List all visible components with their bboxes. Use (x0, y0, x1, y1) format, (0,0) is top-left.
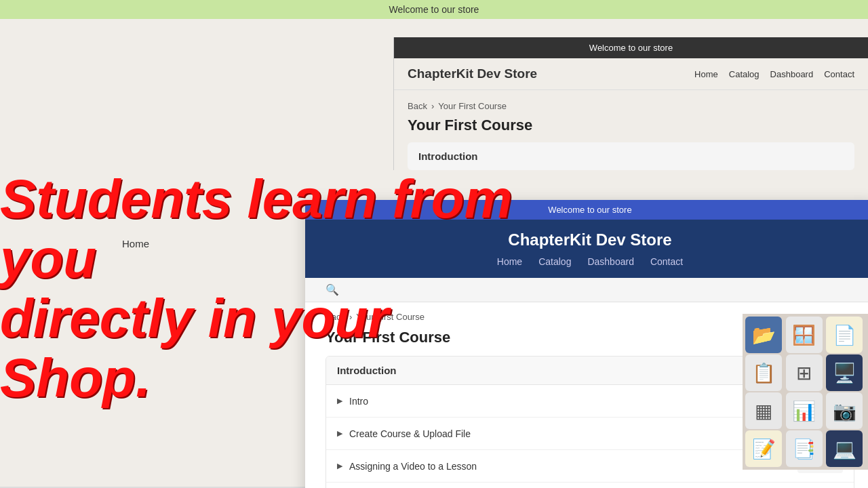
window-icon[interactable]: 🪟 (786, 317, 823, 353)
breadcrumb3-current: Your First Course (356, 312, 425, 322)
nav3-contact[interactable]: Contact (650, 256, 683, 267)
breadcrumb3-back[interactable]: Back (326, 312, 345, 322)
nav3-catalog[interactable]: Catalog (538, 256, 571, 267)
monitor-icon[interactable]: 🖥️ (826, 354, 863, 391)
lesson-name: Intro (349, 396, 368, 407)
note-icon[interactable]: 📄 (826, 317, 863, 353)
nav2-dashboard[interactable]: Dashboard (770, 69, 814, 79)
window2-announcement: Welcome to our store (394, 37, 868, 58)
paper-icon[interactable]: 📋 (745, 354, 782, 391)
breadcrumb2-back[interactable]: Back (408, 101, 427, 111)
nav2-catalog[interactable]: Catalog (729, 69, 760, 79)
window2-section-intro: Introduction (408, 142, 854, 170)
doc-icon[interactable]: 📝 (745, 430, 782, 467)
screen-icon[interactable]: 💻 (826, 430, 863, 467)
nav3-home[interactable]: Home (497, 256, 522, 267)
layout-icon[interactable]: ▦ (745, 392, 782, 429)
announcement-text: Welcome to our store (389, 4, 479, 15)
nav3-dashboard[interactable]: Dashboard (587, 256, 634, 267)
play-icon: ▶ (337, 429, 342, 438)
icons-panel: 📂 🪟 📄 📋 ⊞ 🖥️ ▦ 📊 📷 📝 📑 💻 (743, 314, 868, 470)
window2-logo: ChapterKit Dev Store (408, 66, 537, 81)
table-row[interactable]: ▶ Update Course Details, Images, & 00:03… (326, 483, 854, 488)
window3-header: ChapterKit Dev Store Home Catalog Dashbo… (305, 220, 868, 278)
table-icon[interactable]: 📊 (786, 392, 823, 429)
camera-icon[interactable]: 📷 (826, 392, 863, 429)
play-icon: ▶ (337, 396, 342, 405)
window3-announcement: Welcome to our store (305, 200, 868, 220)
top-announcement-bar: Welcome to our store (0, 0, 868, 19)
nav-home[interactable]: Home (122, 238, 149, 249)
breadcrumb2-current: Your First Course (438, 101, 507, 111)
play-icon: ▶ (337, 462, 342, 470)
lesson-name: Create Course & Upload File (349, 428, 471, 439)
pages-icon[interactable]: 📑 (786, 430, 823, 467)
window2: Welcome to our store ChapterKit Dev Stor… (393, 37, 868, 170)
window2-course-panel: Introduction (408, 142, 854, 170)
window3-search-bar: 🔍 (305, 278, 868, 302)
search-icon-window3[interactable]: 🔍 (326, 283, 339, 296)
lesson-name: Assigning a Video to a Lesson (349, 461, 477, 472)
course-title-window2: Your First Course (394, 117, 868, 142)
nav2-contact[interactable]: Contact (824, 69, 854, 79)
window2-nav: Home Catalog Dashboard Contact (694, 69, 854, 79)
window2-header: ChapterKit Dev Store Home Catalog Dashbo… (394, 58, 868, 90)
nav2-home[interactable]: Home (694, 69, 718, 79)
grid-icon[interactable]: ⊞ (786, 354, 823, 391)
folder-icon[interactable]: 📂 (745, 317, 782, 353)
breadcrumb-window2: Back › Your First Course (394, 90, 868, 117)
window3-nav: Home Catalog Dashboard Contact (326, 256, 854, 267)
window3-site-title: ChapterKit Dev Store (326, 230, 854, 249)
